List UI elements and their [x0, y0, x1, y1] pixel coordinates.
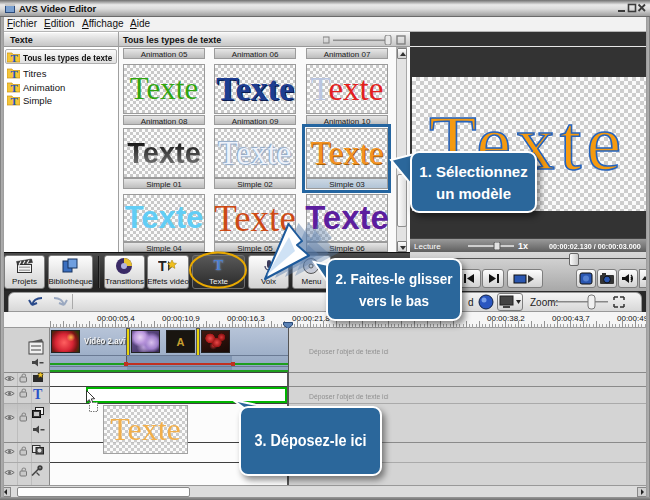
svg-text:T: T: [11, 52, 19, 64]
svg-text:T: T: [33, 387, 43, 402]
svg-text:T: T: [11, 95, 19, 107]
svg-text:T: T: [11, 82, 19, 94]
svg-text:T: T: [158, 258, 167, 274]
svg-text:T: T: [11, 68, 19, 80]
